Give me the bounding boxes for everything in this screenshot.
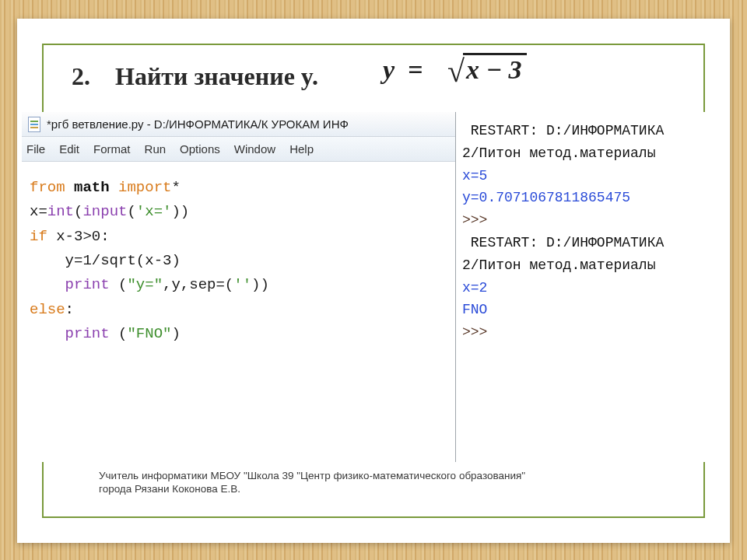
shell-restart-2: RESTART: D:/ИНФОРМАТИКА: [462, 235, 664, 250]
shell-prompt-2: >>>: [462, 324, 487, 340]
formula-eq: =: [402, 55, 437, 84]
editor-menubar: File Edit Format Run Options Window Help: [22, 137, 455, 162]
shell-output-y1: y=0.7071067811865475: [462, 190, 630, 205]
python-file-icon: [28, 117, 40, 132]
code-area[interactable]: from math import* x=int(input('x=')) if …: [22, 162, 455, 360]
formula-lhs: y: [383, 55, 395, 84]
formula-radicand: x − 3: [463, 53, 527, 84]
shell-path-1: 2/Питон метод.материалы: [462, 145, 655, 161]
task-text: Найти значение y.: [115, 62, 318, 90]
sqrt-symbol: √x − 3: [443, 53, 527, 89]
formula: y = √x − 3: [383, 53, 527, 89]
menu-window[interactable]: Window: [234, 142, 275, 156]
footer-line-1: Учитель информатики МБОУ "Школа 39 "Цент…: [99, 469, 525, 483]
editor-title: *ргб ветвление.ру - D:/ИНФОРМАТИКА/К УРО…: [47, 117, 349, 131]
idle-shell-output: RESTART: D:/ИНФОРМАТИКА 2/Питон метод.ма…: [456, 112, 730, 462]
footer-line-2: города Рязани Коконова Е.В.: [99, 482, 525, 496]
menu-options[interactable]: Options: [180, 142, 220, 156]
task-heading: 2. Найти значение y.: [72, 62, 318, 91]
shell-input-x2: x=2: [462, 280, 487, 296]
shell-input-x1: x=5: [462, 168, 487, 184]
slide-footer: Учитель информатики МБОУ "Школа 39 "Цент…: [99, 469, 525, 496]
slide-frame: 2. Найти значение y. y = √x − 3 *ргб вет…: [17, 19, 730, 543]
menu-format[interactable]: Format: [93, 142, 131, 156]
shell-path-2: 2/Питон метод.материалы: [462, 257, 655, 273]
shell-restart-1: RESTART: D:/ИНФОРМАТИКА: [462, 123, 664, 138]
shell-output-2: FNO: [462, 302, 487, 317]
radical-icon: √: [447, 54, 465, 89]
menu-file[interactable]: File: [26, 142, 45, 156]
menu-help[interactable]: Help: [289, 142, 314, 156]
menu-run[interactable]: Run: [145, 142, 167, 156]
menu-edit[interactable]: Edit: [59, 142, 79, 156]
idle-editor-window: *ргб ветвление.ру - D:/ИНФОРМАТИКА/К УРО…: [22, 112, 456, 462]
task-number: 2.: [72, 62, 90, 90]
shell-prompt-1: >>>: [462, 212, 487, 228]
editor-titlebar: *ргб ветвление.ру - D:/ИНФОРМАТИКА/К УРО…: [22, 112, 455, 137]
